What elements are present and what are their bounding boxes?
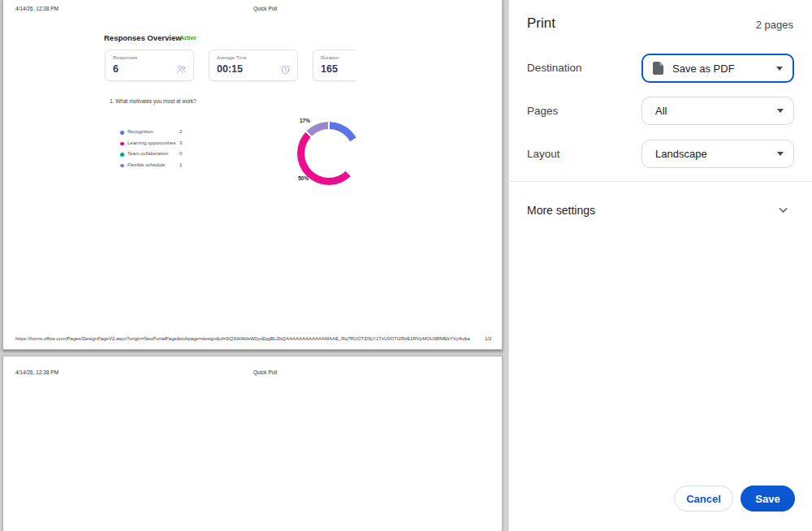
pdf-file-icon [653,62,663,75]
page2-timestamp: 4/14/26, 12:38 PM [15,369,58,375]
chart-legend: Recognition 2 Learning opportunities 3 T… [120,129,209,173]
legend-item-recognition: Recognition 2 [120,129,209,140]
legend-label: Team collaboration [127,151,168,156]
preview-page-1: 4/14/26, 12:38 PM Quick Poll Responses O… [2,0,503,350]
chevron-down-icon [777,152,784,156]
alarm-clock-icon [279,63,292,79]
chevron-down-icon [776,67,783,71]
donut-percent-label-bottom: 50% [298,175,309,181]
pages-dropdown[interactable]: All [641,97,794,125]
destination-label: Destination [527,62,582,74]
save-button[interactable]: Save [741,486,795,512]
layout-dropdown[interactable]: Landscape [641,140,794,168]
section-divider [510,181,812,182]
legend-label: Learning opportunities [127,140,175,145]
legend-value: 0 [179,151,182,156]
print-dialog-title: Print [527,15,555,32]
page1-timestamp: 4/14/26, 12:38 PM [15,6,58,11]
legend-dot [120,131,124,135]
expand-more-icon [777,204,789,219]
legend-item-learning-opportunities: Learning opportunities 3 [120,140,209,152]
page1-footer-page-number: 1/2 [485,336,491,341]
layout-label: Layout [527,148,560,160]
responses-card: Responses 6 [105,50,194,81]
legend-label: Flexible schedule [127,162,165,167]
legend-item-team-collaboration: Team collaboration 0 [120,151,209,162]
pages-label: Pages [527,105,558,117]
duration-card-value: 165 [321,63,338,75]
responses-overview-title: Responses Overview [104,33,182,42]
donut-percent-label-top: 17% [300,118,310,123]
print-settings-panel: Print 2 pages Destination Save as PDF Pa… [510,0,812,531]
page1-footer-url: https://forms.office.com/Pages/DesignPag… [15,336,470,341]
chevron-down-icon [777,109,784,113]
page2-doc-title: Quick Poll [253,369,277,375]
pages-value: All [655,105,667,117]
people-icon [175,63,188,79]
more-settings-label: More settings [527,204,595,217]
legend-item-flexible-schedule: Flexible schedule 1 [120,162,209,174]
duration-card-label: Duration [321,55,339,60]
cancel-button[interactable]: Cancel [674,486,733,512]
duration-card: Duration 165 [313,50,356,81]
donut-hole [304,129,353,178]
legend-label: Recognition [127,129,153,134]
legend-value: 1 [179,162,182,167]
page1-doc-title: Quick Poll [253,6,277,11]
average-time-card: Average Time 00:15 [209,50,298,81]
preview-panel-divider [505,0,509,531]
print-dialog-screen: 4/14/26, 12:38 PM Quick Poll Responses O… [0,0,812,531]
status-badge: Active [180,35,197,41]
destination-value: Save as PDF [672,63,735,75]
summary-cards-row: Responses 6 Average Time 00:15 [3,49,356,83]
legend-value: 2 [179,129,182,134]
print-preview-area[interactable]: 4/14/26, 12:38 PM Quick Poll Responses O… [0,0,505,531]
responses-card-label: Responses [113,55,137,60]
more-settings-expander[interactable]: More settings [510,195,812,226]
legend-dot [120,164,124,168]
legend-dot [120,153,124,157]
responses-card-value: 6 [113,63,119,75]
average-time-card-value: 00:15 [217,63,243,75]
legend-value: 3 [179,140,182,145]
page-count: 2 pages [756,19,793,31]
legend-dot [120,142,124,146]
preview-page-2: 4/14/26, 12:38 PM Quick Poll [2,356,503,531]
layout-value: Landscape [655,148,707,160]
poll-question: 1. What motivates you most at work? [110,98,197,104]
average-time-card-label: Average Time [217,55,247,60]
destination-dropdown[interactable]: Save as PDF [641,54,794,83]
